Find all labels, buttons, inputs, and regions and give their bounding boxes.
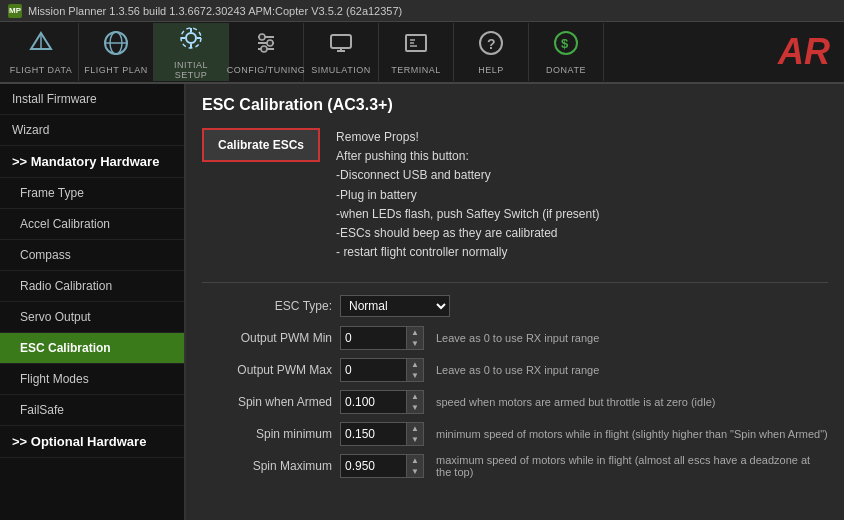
sidebar-item-wizard[interactable]: Wizard bbox=[0, 115, 184, 146]
spin-min-input[interactable] bbox=[341, 423, 406, 445]
sidebar-item-servo-output[interactable]: Servo Output bbox=[0, 302, 184, 333]
toolbar-simulation[interactable]: SIMULATION bbox=[304, 23, 379, 81]
spin-max-down[interactable]: ▼ bbox=[407, 466, 423, 477]
pwm-min-spinners: ▲ ▼ bbox=[406, 327, 423, 349]
title-bar: MP Mission Planner 1.3.56 build 1.3.6672… bbox=[0, 0, 844, 22]
spin-armed-input[interactable] bbox=[341, 391, 406, 413]
spin-armed-down[interactable]: ▼ bbox=[407, 402, 423, 413]
svg-rect-21 bbox=[406, 35, 426, 51]
toolbar-config-tuning[interactable]: CONFIG/TUNING bbox=[229, 23, 304, 81]
config-tuning-icon bbox=[252, 29, 280, 63]
config-tuning-label: CONFIG/TUNING bbox=[227, 65, 306, 75]
spin-max-input[interactable] bbox=[341, 455, 406, 477]
divider bbox=[202, 282, 828, 283]
app-icon: MP bbox=[8, 4, 22, 18]
pwm-max-input-group: ▲ ▼ bbox=[340, 358, 424, 382]
instruction-line1: Remove Props! bbox=[336, 128, 599, 147]
title-bar-text: Mission Planner 1.3.56 build 1.3.6672.30… bbox=[28, 5, 402, 17]
esc-type-select[interactable]: Normal OneShot OneShot125 bbox=[340, 295, 450, 317]
pwm-min-label: Output PWM Min bbox=[202, 331, 332, 345]
toolbar-help[interactable]: ? HELP bbox=[454, 23, 529, 81]
instruction-line2: After pushing this button: bbox=[336, 147, 599, 166]
toolbar-donate[interactable]: $ DONATE bbox=[529, 23, 604, 81]
sidebar-item-mandatory-hardware[interactable]: >> Mandatory Hardware bbox=[0, 146, 184, 178]
svg-text:?: ? bbox=[487, 36, 496, 52]
spin-min-spinners: ▲ ▼ bbox=[406, 423, 423, 445]
svg-point-15 bbox=[259, 34, 265, 40]
spin-armed-up[interactable]: ▲ bbox=[407, 391, 423, 402]
spin-min-up[interactable]: ▲ bbox=[407, 423, 423, 434]
toolbar-initial-setup[interactable]: INITIAL SETUP bbox=[154, 23, 229, 81]
flight-plan-label: FLIGHT PLAN bbox=[84, 65, 147, 75]
flight-data-icon bbox=[27, 29, 55, 63]
spin-max-input-group: ▲ ▼ bbox=[340, 454, 424, 478]
spin-min-label: Spin minimum bbox=[202, 427, 332, 441]
sidebar-item-compass[interactable]: Compass bbox=[0, 240, 184, 271]
initial-setup-icon bbox=[177, 24, 205, 58]
flight-data-label: FLIGHT DATA bbox=[10, 65, 73, 75]
instruction-line3: -Disconnect USB and battery bbox=[336, 166, 599, 185]
param-row-spin-armed: Spin when Armed ▲ ▼ speed when motors ar… bbox=[202, 389, 828, 415]
svg-point-6 bbox=[186, 33, 196, 43]
spin-max-up[interactable]: ▲ bbox=[407, 455, 423, 466]
spin-max-desc: maximum speed of motors while in flight … bbox=[436, 454, 828, 478]
param-row-pwm-min: Output PWM Min ▲ ▼ Leave as 0 to use RX … bbox=[202, 325, 828, 351]
sidebar-item-flight-modes[interactable]: Flight Modes bbox=[0, 364, 184, 395]
spin-armed-desc: speed when motors are armed but throttle… bbox=[436, 396, 715, 408]
instruction-line5: -when LEDs flash, push Saftey Switch (if… bbox=[336, 205, 599, 224]
toolbar-flight-data[interactable]: FLIGHT DATA bbox=[4, 23, 79, 81]
sidebar-item-install-firmware[interactable]: Install Firmware bbox=[0, 84, 184, 115]
sidebar-item-esc-calibration[interactable]: ESC Calibration bbox=[0, 333, 184, 364]
svg-point-16 bbox=[267, 40, 273, 46]
toolbar-terminal[interactable]: TERMINAL bbox=[379, 23, 454, 81]
content-area: ESC Calibration (AC3.3+) Calibrate ESCs … bbox=[186, 84, 844, 520]
pwm-max-input[interactable] bbox=[341, 359, 406, 381]
spin-armed-spinners: ▲ ▼ bbox=[406, 391, 423, 413]
instruction-line7: - restart flight controller normally bbox=[336, 243, 599, 262]
esc-type-label: ESC Type: bbox=[202, 299, 332, 313]
calibrate-section: Calibrate ESCs Remove Props! After pushi… bbox=[202, 128, 828, 262]
sidebar-item-frame-type[interactable]: Frame Type bbox=[0, 178, 184, 209]
pwm-min-down[interactable]: ▼ bbox=[407, 338, 423, 349]
page-title: ESC Calibration (AC3.3+) bbox=[202, 96, 828, 114]
pwm-min-input[interactable] bbox=[341, 327, 406, 349]
help-icon: ? bbox=[477, 29, 505, 63]
terminal-label: TERMINAL bbox=[391, 65, 441, 75]
pwm-max-up[interactable]: ▲ bbox=[407, 359, 423, 370]
pwm-max-down[interactable]: ▼ bbox=[407, 370, 423, 381]
spin-max-label: Spin Maximum bbox=[202, 459, 332, 473]
toolbar: FLIGHT DATA FLIGHT PLAN INITIAL SETUP bbox=[0, 22, 844, 84]
sidebar-item-radio-calibration[interactable]: Radio Calibration bbox=[0, 271, 184, 302]
donate-icon: $ bbox=[552, 29, 580, 63]
spin-armed-input-group: ▲ ▼ bbox=[340, 390, 424, 414]
instruction-line6: -ESCs should beep as they are calibrated bbox=[336, 224, 599, 243]
simulation-label: SIMULATION bbox=[311, 65, 370, 75]
instructions: Remove Props! After pushing this button:… bbox=[336, 128, 599, 262]
calibrate-escs-button[interactable]: Calibrate ESCs bbox=[202, 128, 320, 162]
sidebar-item-failsafe[interactable]: FailSafe bbox=[0, 395, 184, 426]
sidebar-item-optional-hardware[interactable]: >> Optional Hardware bbox=[0, 426, 184, 458]
flight-plan-icon bbox=[102, 29, 130, 63]
spin-min-down[interactable]: ▼ bbox=[407, 434, 423, 445]
svg-rect-18 bbox=[331, 35, 351, 48]
help-label: HELP bbox=[478, 65, 504, 75]
donate-label: DONATE bbox=[546, 65, 586, 75]
instruction-line4: -Plug in battery bbox=[336, 186, 599, 205]
pwm-min-up[interactable]: ▲ bbox=[407, 327, 423, 338]
pwm-min-input-group: ▲ ▼ bbox=[340, 326, 424, 350]
svg-text:$: $ bbox=[561, 36, 569, 51]
spin-min-desc: minimum speed of motors while in flight … bbox=[436, 428, 828, 440]
sidebar-item-accel-calibration[interactable]: Accel Calibration bbox=[0, 209, 184, 240]
param-row-esc-type: ESC Type: Normal OneShot OneShot125 bbox=[202, 293, 828, 319]
pwm-max-label: Output PWM Max bbox=[202, 363, 332, 377]
initial-setup-label: INITIAL SETUP bbox=[158, 60, 224, 80]
terminal-icon bbox=[402, 29, 430, 63]
pwm-max-desc: Leave as 0 to use RX input range bbox=[436, 364, 599, 376]
spin-armed-label: Spin when Armed bbox=[202, 395, 332, 409]
svg-point-17 bbox=[261, 46, 267, 52]
param-row-spin-max: Spin Maximum ▲ ▼ maximum speed of motors… bbox=[202, 453, 828, 479]
esc-type-select-group: Normal OneShot OneShot125 bbox=[340, 295, 450, 317]
toolbar-flight-plan[interactable]: FLIGHT PLAN bbox=[79, 23, 154, 81]
spin-max-spinners: ▲ ▼ bbox=[406, 455, 423, 477]
pwm-min-desc: Leave as 0 to use RX input range bbox=[436, 332, 599, 344]
